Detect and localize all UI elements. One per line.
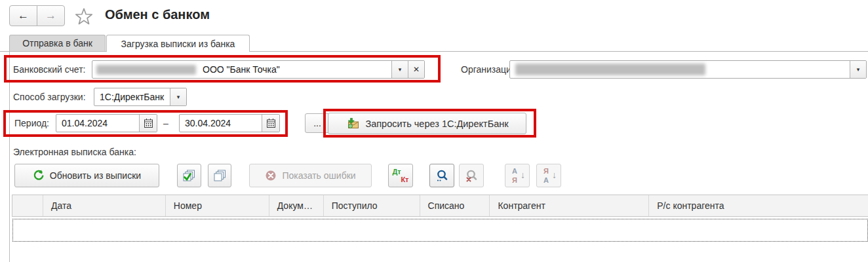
error-circle-icon	[265, 170, 277, 181]
column-header-number[interactable]: Номер	[166, 195, 269, 216]
column-header-gutter[interactable]	[12, 195, 43, 216]
column-header-document[interactable]: Докум…	[269, 195, 324, 216]
dt-kt-postings-button[interactable]: Дт Кт	[388, 164, 413, 187]
dt-kt-icon: Дт Кт	[392, 167, 410, 184]
pages-icon	[213, 169, 227, 183]
load-method-select[interactable]: 1С:ДиректБанк ▾	[94, 88, 187, 106]
nav-history-group: ← →	[9, 5, 65, 26]
tab-label: Отправка в банк	[22, 38, 92, 48]
search-icon	[435, 169, 449, 183]
sort-az-bottom-letter: Я	[512, 176, 517, 184]
period-dash: –	[161, 114, 171, 132]
calendar-icon	[144, 118, 153, 128]
calendar-icon	[266, 118, 276, 128]
period-more-button[interactable]: ...	[305, 113, 330, 133]
column-header-counterparty-account[interactable]: Р/с контрагента	[649, 195, 868, 216]
page-title: Обмен с банком	[105, 7, 210, 22]
period-from-value: 01.04.2024	[62, 118, 139, 128]
chevron-down-icon: ▾	[177, 94, 180, 100]
bank-account-masked-value	[96, 65, 196, 75]
sort-az-icon: А Я ↓	[509, 168, 525, 183]
tab-send-to-bank[interactable]: Отправка в банк	[9, 35, 106, 51]
panel-left-border	[9, 52, 10, 262]
request-directbank-button[interactable]: Запросить через 1С:ДиректБанк	[328, 113, 526, 134]
forward-arrow-icon: →	[45, 9, 56, 22]
bank-account-dropdown-button[interactable]: ▾	[391, 61, 408, 78]
cancel-search-icon	[465, 169, 479, 183]
period-from-calendar-button[interactable]	[139, 115, 157, 132]
chevron-down-icon: ▾	[857, 66, 860, 73]
table-empty-selected-row[interactable]	[12, 219, 868, 242]
statement-section-label: Электронная выписка банка:	[13, 143, 136, 161]
refresh-button-label: Обновить из выписки	[50, 170, 141, 181]
organization-dropdown-button[interactable]: ▾	[850, 61, 866, 78]
period-to-value: 30.04.2024	[185, 118, 262, 128]
forward-button[interactable]: →	[37, 5, 65, 26]
star-icon	[73, 6, 95, 27]
load-method-dropdown-button[interactable]: ▾	[170, 88, 186, 105]
close-icon: ✕	[413, 65, 420, 74]
column-header-received[interactable]: Поступило	[324, 195, 420, 216]
pages-check-icon	[182, 169, 196, 183]
column-header-counterparty[interactable]: Контрагент	[490, 195, 649, 216]
ellipsis-label: ...	[313, 118, 321, 128]
show-errors-button[interactable]: Показать ошибки	[249, 164, 372, 187]
request-button-label: Запросить через 1С:ДиректБанк	[365, 119, 508, 129]
unmark-all-button[interactable]	[208, 164, 231, 187]
show-errors-label: Показать ошибки	[282, 170, 355, 181]
period-to-calendar-button[interactable]	[262, 115, 279, 132]
bank-account-value: ООО "Банк Точка"	[203, 64, 391, 75]
organization-masked-value	[515, 64, 705, 75]
sort-descending-button[interactable]: Я А ↓	[536, 164, 561, 187]
bank-account-clear-button[interactable]: ✕	[408, 61, 424, 78]
kt-label: Кт	[401, 176, 408, 183]
load-method-value: 1С:ДиректБанк	[100, 92, 170, 102]
sort-za-bottom-letter: А	[543, 176, 549, 184]
refresh-from-statement-button[interactable]: Обновить из выписки	[14, 164, 159, 187]
sort-ascending-button[interactable]: А Я ↓	[505, 164, 530, 187]
search-button[interactable]	[429, 164, 454, 187]
organization-field[interactable]: ▾	[509, 60, 867, 79]
bank-account-field[interactable]: ООО "Банк Точка" ▾ ✕	[92, 60, 425, 79]
period-to-field[interactable]: 30.04.2024	[179, 114, 280, 132]
bank-account-label: Банковский счет:	[13, 60, 85, 79]
back-arrow-icon: ←	[18, 9, 29, 22]
period-label: Период:	[14, 114, 49, 132]
sort-az-top-letter: А	[512, 167, 517, 175]
mark-all-button[interactable]	[177, 164, 201, 187]
sort-za-top-letter: Я	[543, 167, 549, 175]
envelope-download-icon	[345, 117, 360, 130]
favorite-star-button[interactable]	[73, 6, 95, 28]
column-header-date[interactable]: Дата	[43, 195, 166, 216]
chevron-down-icon: ▾	[399, 66, 402, 73]
column-header-written-off[interactable]: Списано	[420, 195, 490, 216]
tab-load-statement[interactable]: Загрузка выписки из банка	[106, 35, 250, 52]
dt-label: Дт	[393, 168, 401, 176]
tab-label: Загрузка выписки из банка	[121, 39, 235, 49]
refresh-icon	[33, 170, 45, 181]
cancel-search-button[interactable]	[459, 164, 484, 187]
sort-arrow-icon: ↓	[552, 170, 557, 180]
period-from-field[interactable]: 01.04.2024	[56, 114, 157, 132]
load-method-label: Способ загрузки:	[13, 88, 86, 106]
back-button[interactable]: ←	[9, 5, 37, 26]
statement-table-header: Дата Номер Докум… Поступило Списано Конт…	[12, 195, 868, 217]
sort-za-icon: Я А ↓	[541, 168, 557, 183]
sort-arrow-icon: ↓	[521, 170, 525, 180]
